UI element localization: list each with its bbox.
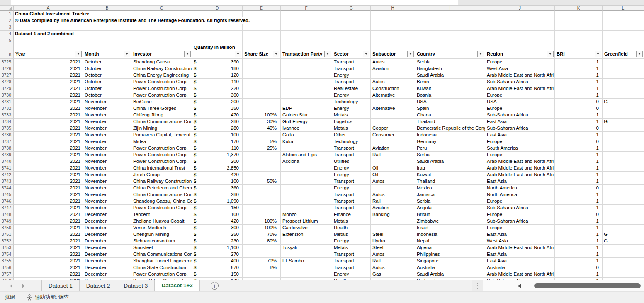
cell-C3753[interactable]: Sinosteel	[131, 245, 192, 251]
cell-I3726[interactable]: Bangladesh	[415, 65, 485, 72]
cell-G3[interactable]	[332, 24, 371, 31]
cell-E3746[interactable]	[243, 198, 281, 205]
cell-C3755[interactable]: Shanghai Tunnel Engineering	[131, 258, 192, 264]
cell-L3729[interactable]	[603, 85, 644, 92]
cell-L3739[interactable]	[603, 152, 644, 158]
cell-K3738[interactable]: 1	[555, 145, 603, 152]
cell-J3756[interactable]: Australia	[485, 264, 555, 271]
cell-G3733[interactable]: Metals	[332, 112, 371, 119]
cell-G3749[interactable]: Metals	[332, 218, 371, 225]
cell-D5[interactable]	[192, 37, 243, 44]
cell-F3738[interactable]	[281, 145, 332, 152]
cell-C3729[interactable]: Power Construction Corp.	[131, 85, 192, 92]
cell-J3753[interactable]: Arab Middle East and North Africa	[485, 245, 555, 251]
cell-H3750[interactable]	[371, 225, 415, 231]
cell-G3758[interactable]: Health	[332, 278, 371, 280]
cell-L3758[interactable]	[603, 278, 644, 280]
row-header-3729[interactable]: 3729	[0, 85, 14, 92]
cell-J3744[interactable]: North America	[485, 185, 555, 191]
cell-K3730[interactable]: 1	[555, 92, 603, 99]
cell-K3727[interactable]: 1	[555, 72, 603, 79]
cell-A5[interactable]	[14, 37, 83, 44]
cell-C3735[interactable]: Zijin Mining	[131, 125, 192, 132]
row-header-3735[interactable]: 3735	[0, 125, 14, 132]
cell-B3742[interactable]: November	[83, 172, 131, 178]
cell-H3743[interactable]: Autos	[371, 178, 415, 185]
cell-K3755[interactable]: 1	[555, 258, 603, 264]
column-header-C[interactable]: C	[131, 6, 192, 11]
cell-A3757[interactable]: 2021	[14, 271, 83, 278]
cell-K3725[interactable]: 1	[555, 59, 603, 65]
cell-J3732[interactable]: Europe	[485, 105, 555, 112]
cell-B3734[interactable]: November	[83, 119, 131, 125]
header-cell-L6[interactable]: Greenfield	[603, 44, 644, 59]
cell-J3730[interactable]: Europe	[485, 92, 555, 99]
cell-I3752[interactable]: Nepal	[415, 238, 485, 245]
cell-C4[interactable]	[131, 31, 192, 37]
tab-dataset-3[interactable]: Dataset 3	[117, 280, 155, 291]
cell-D3755[interactable]: $400	[192, 258, 243, 264]
cell-C3743[interactable]: China Railway Construction	[131, 178, 192, 185]
row-header-3755[interactable]: 3755	[0, 258, 14, 264]
cell-H3733[interactable]	[371, 112, 415, 119]
header-cell-G6[interactable]: Sector	[332, 44, 371, 59]
row-header-6[interactable]: 6	[0, 44, 14, 59]
cell-H3757[interactable]: Gas	[371, 271, 415, 278]
cell-A3730[interactable]: 2021	[14, 92, 83, 99]
cell-E3751[interactable]: 70%	[243, 231, 281, 238]
horizontal-scrollbar-thumb[interactable]	[534, 283, 641, 288]
cell-K3737[interactable]: 0	[555, 138, 603, 145]
cell-G3741[interactable]: Energy	[332, 165, 371, 172]
cell-K3732[interactable]: 0	[555, 105, 603, 112]
cell-D3753[interactable]: $1,100	[192, 245, 243, 251]
header-cell-C6[interactable]: Investor	[131, 44, 192, 59]
row-header-3742[interactable]: 3742	[0, 172, 14, 178]
cell-G3754[interactable]: Transport	[332, 251, 371, 258]
cell-B3754[interactable]: December	[83, 251, 131, 258]
cell-E3738[interactable]: 25%	[243, 145, 281, 152]
cell-L3742[interactable]	[603, 172, 644, 178]
cell-I3744[interactable]: Mexico	[415, 185, 485, 191]
cell-E3742[interactable]	[243, 172, 281, 178]
cell-D3754[interactable]: $270	[192, 251, 243, 258]
cell-K3739[interactable]: 1	[555, 152, 603, 158]
status-accessibility-label[interactable]: 辅助功能: 调查	[35, 294, 69, 301]
header-cell-D6[interactable]: Quantity in Million	[192, 44, 243, 59]
cell-B3729[interactable]: October	[83, 85, 131, 92]
cell-D3730[interactable]: $300	[192, 92, 243, 99]
cell-G3746[interactable]: Transport	[332, 198, 371, 205]
cell-B3751[interactable]: December	[83, 231, 131, 238]
cell-H3730[interactable]: Alternative	[371, 92, 415, 99]
cell-H3745[interactable]: Autos	[371, 191, 415, 198]
cell-J3725[interactable]: Europe	[485, 59, 555, 65]
cell-E3727[interactable]	[243, 72, 281, 79]
cell-C3731[interactable]: BeiGene	[131, 99, 192, 105]
cell-D3751[interactable]: $250	[192, 231, 243, 238]
cell-D3745[interactable]: $280	[192, 191, 243, 198]
cell-I3731[interactable]: USA	[415, 99, 485, 105]
cell-G4[interactable]	[332, 31, 371, 37]
cell-D3729[interactable]: $220	[192, 85, 243, 92]
cell-C3754[interactable]: China Communications Construction	[131, 251, 192, 258]
cell-H3749[interactable]	[371, 218, 415, 225]
cell-J1[interactable]	[485, 11, 555, 17]
cell-G3734[interactable]: Logistics	[332, 119, 371, 125]
cell-C3728[interactable]: Power Construction Corp.	[131, 79, 192, 85]
cell-B3726[interactable]: October	[83, 65, 131, 72]
cell-L3750[interactable]	[603, 225, 644, 231]
header-cell-F6[interactable]: Transaction Party	[281, 44, 332, 59]
filter-button-share-size[interactable]	[273, 51, 279, 57]
cell-F3757[interactable]	[281, 271, 332, 278]
cell-F3725[interactable]	[281, 59, 332, 65]
row-header-3739[interactable]: 3739	[0, 152, 14, 158]
cell-E3741[interactable]	[243, 165, 281, 172]
cell-B3753[interactable]: December	[83, 245, 131, 251]
cell-G3727[interactable]: Energy	[332, 72, 371, 79]
cell-K2[interactable]	[555, 17, 603, 24]
cell-J3733[interactable]: Sub-Saharan Africa	[485, 112, 555, 119]
cell-G3748[interactable]: Finance	[332, 211, 371, 218]
cell-A3725[interactable]: 2021	[14, 59, 83, 65]
cell-E3754[interactable]	[243, 251, 281, 258]
cell-I3727[interactable]: Saudi Arabia	[415, 72, 485, 79]
cell-H3731[interactable]	[371, 99, 415, 105]
